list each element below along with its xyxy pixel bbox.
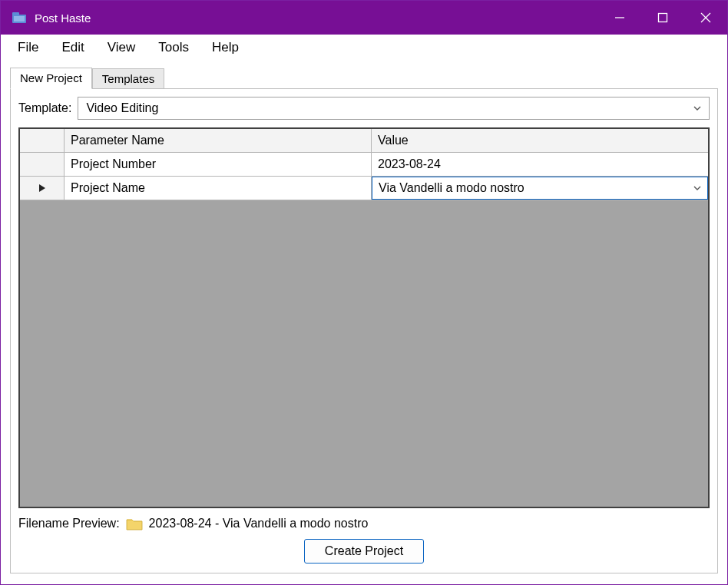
row-header bbox=[20, 153, 65, 176]
param-value-combo[interactable]: Via Vandelli a modo nostro bbox=[372, 177, 708, 200]
template-select[interactable]: Video Editing bbox=[78, 97, 710, 120]
filename-preview-row: Filename Preview: 2023-08-24 - Via Vande… bbox=[18, 516, 710, 531]
menubar: File Edit View Tools Help bbox=[1, 35, 727, 61]
param-value-cell[interactable]: Via Vandelli a modo nostro bbox=[372, 177, 708, 200]
filename-preview-label: Filename Preview: bbox=[18, 517, 120, 530]
col-header-parameter[interactable]: Parameter Name bbox=[65, 129, 372, 152]
table-row[interactable]: Project Number 2023-08-24 bbox=[20, 153, 708, 177]
param-value-combo-text: Via Vandelli a modo nostro bbox=[379, 181, 524, 195]
menu-view[interactable]: View bbox=[97, 37, 147, 58]
window-title: Post Haste bbox=[35, 12, 91, 25]
minimize-button[interactable] bbox=[598, 1, 641, 35]
grid-corner bbox=[20, 129, 65, 152]
svg-rect-1 bbox=[12, 12, 19, 16]
template-row: Template: Video Editing bbox=[18, 97, 710, 120]
chevron-down-icon bbox=[692, 103, 703, 114]
table-row[interactable]: Project Name Via Vandelli a modo nostro bbox=[20, 177, 708, 200]
current-row-indicator-icon bbox=[20, 177, 65, 200]
param-value-cell[interactable]: 2023-08-24 bbox=[372, 153, 708, 176]
create-row: Create Project bbox=[18, 539, 710, 564]
tabpanel-new-project: Template: Video Editing Parameter Name V… bbox=[10, 88, 718, 573]
grid-header-row: Parameter Name Value bbox=[20, 129, 708, 153]
filename-preview-value: 2023-08-24 - Via Vandelli a modo nostro bbox=[149, 517, 369, 530]
close-button[interactable] bbox=[684, 1, 727, 35]
tab-templates[interactable]: Templates bbox=[92, 68, 164, 89]
menu-edit[interactable]: Edit bbox=[51, 37, 94, 58]
menu-file[interactable]: File bbox=[7, 37, 49, 58]
grid-body: Project Number 2023-08-24 Project Name V… bbox=[20, 153, 708, 507]
titlebar[interactable]: Post Haste bbox=[1, 1, 727, 35]
tab-new-project[interactable]: New Project bbox=[10, 68, 92, 89]
maximize-button[interactable] bbox=[641, 1, 684, 35]
client-area: New Project Templates Template: Video Ed… bbox=[1, 61, 727, 584]
folder-icon bbox=[126, 516, 143, 531]
template-select-value: Video Editing bbox=[86, 101, 158, 115]
create-project-button[interactable]: Create Project bbox=[304, 539, 424, 564]
menu-help[interactable]: Help bbox=[201, 37, 250, 58]
svg-rect-2 bbox=[14, 16, 25, 21]
tabstrip: New Project Templates bbox=[10, 65, 718, 88]
param-name-cell[interactable]: Project Number bbox=[65, 153, 372, 176]
app-icon bbox=[12, 12, 27, 24]
menu-tools[interactable]: Tools bbox=[147, 37, 200, 58]
chevron-down-icon[interactable] bbox=[692, 183, 703, 193]
template-label: Template: bbox=[18, 101, 71, 115]
svg-marker-7 bbox=[39, 184, 45, 192]
svg-rect-4 bbox=[659, 14, 667, 22]
parameters-grid: Parameter Name Value Project Number 2023… bbox=[18, 127, 710, 508]
app-window: Post Haste File Edit View Tools Help New… bbox=[0, 0, 728, 585]
param-name-cell[interactable]: Project Name bbox=[65, 177, 372, 200]
col-header-value[interactable]: Value bbox=[372, 129, 708, 152]
